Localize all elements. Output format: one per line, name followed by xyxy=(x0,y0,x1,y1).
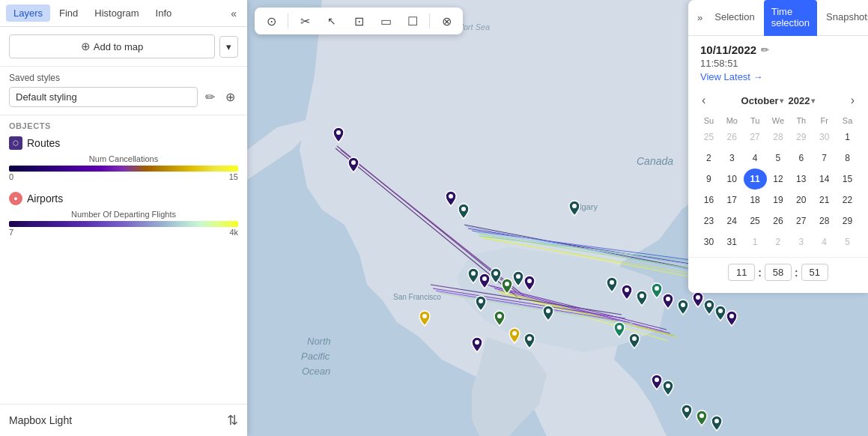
calendar-day[interactable]: 7 xyxy=(813,148,836,169)
add-style-button[interactable]: ⊕ xyxy=(222,87,238,107)
pointer-tool-button[interactable]: ↖ xyxy=(321,10,342,31)
second-input[interactable] xyxy=(801,264,828,281)
calendar-day[interactable]: 4 xyxy=(744,148,767,169)
calendar-day[interactable]: 15 xyxy=(836,169,859,190)
airports-layer-name[interactable]: Airports xyxy=(27,193,63,205)
calendar-day[interactable]: 9 xyxy=(697,169,720,190)
svg-point-37 xyxy=(461,207,466,211)
svg-point-48 xyxy=(546,309,550,313)
month-selector[interactable]: October xyxy=(741,95,784,106)
edit-style-button[interactable]: ✏ xyxy=(202,87,218,107)
routes-layer: ⬡ Routes Num Cancellations 0 15 xyxy=(9,136,238,181)
calendar-day[interactable]: 20 xyxy=(789,190,813,211)
calendar-day[interactable]: 11 xyxy=(744,169,767,190)
calendar-week-4: 23242526272829 xyxy=(697,211,859,231)
calendar-day[interactable]: 19 xyxy=(767,190,790,211)
calendar-day[interactable]: 2 xyxy=(697,148,720,169)
close-tool-button[interactable]: ⊗ xyxy=(436,10,457,31)
calendar-day[interactable]: 12 xyxy=(767,169,790,190)
calendar-day[interactable]: 6 xyxy=(789,148,813,169)
calendar-day[interactable]: 31 xyxy=(720,231,744,252)
calendar-day[interactable]: 21 xyxy=(813,190,836,211)
calendar-day[interactable]: 24 xyxy=(720,211,744,231)
edit-date-button[interactable]: ✏ xyxy=(761,44,769,55)
airports-icon: ● xyxy=(9,192,22,205)
calendar-day[interactable]: 3 xyxy=(789,231,813,252)
calendar-day[interactable]: 25 xyxy=(744,211,767,231)
routes-layer-name[interactable]: Routes xyxy=(27,137,60,149)
objects-section: OBJECTS ⬡ Routes Num Cancellations 0 15 xyxy=(0,115,247,253)
base-map-icon[interactable]: ⇅ xyxy=(227,412,238,429)
calendar-day[interactable]: 29 xyxy=(836,211,859,231)
svg-point-56 xyxy=(696,295,700,300)
calendar-day[interactable]: 27 xyxy=(789,211,813,231)
calendar-day[interactable]: 28 xyxy=(767,127,790,148)
calendar-day[interactable]: 30 xyxy=(697,231,720,252)
calendar-day[interactable]: 28 xyxy=(813,211,836,231)
base-map-label: Mapbox Light xyxy=(9,414,72,426)
calendar-day[interactable]: 29 xyxy=(789,127,813,148)
svg-text:Canada: Canada xyxy=(637,155,673,167)
calendar-day[interactable]: 14 xyxy=(813,169,836,190)
calendar-day[interactable]: 13 xyxy=(789,169,813,190)
svg-point-39 xyxy=(482,276,487,281)
svg-point-62 xyxy=(655,378,659,382)
svg-point-57 xyxy=(707,303,711,307)
collapse-panel-button[interactable]: « xyxy=(226,6,241,21)
calendar-day[interactable]: 23 xyxy=(697,211,720,231)
calendar-day[interactable]: 3 xyxy=(720,148,744,169)
svg-point-45 xyxy=(497,314,502,318)
hour-input[interactable] xyxy=(728,264,755,281)
svg-point-54 xyxy=(666,297,670,301)
tab-time-selection[interactable]: Time selection xyxy=(764,0,817,36)
calendar-day[interactable]: 10 xyxy=(720,169,744,190)
calendar-day[interactable]: 5 xyxy=(836,231,859,252)
edit-tool-button[interactable]: ☐ xyxy=(402,10,423,31)
camera-tool-button[interactable]: ⊡ xyxy=(348,10,369,31)
svg-point-44 xyxy=(479,299,483,303)
select-tool-button[interactable]: ⊙ xyxy=(261,10,282,31)
calendar-day[interactable]: 2 xyxy=(767,231,790,252)
add-to-map-dropdown[interactable]: ▾ xyxy=(219,36,238,58)
calendar-day[interactable]: 30 xyxy=(813,127,836,148)
minute-input[interactable] xyxy=(765,264,792,281)
view-latest-link[interactable]: View Latest → xyxy=(700,71,763,82)
prev-month-button[interactable]: ‹ xyxy=(697,92,710,109)
calendar-day[interactable]: 5 xyxy=(767,148,790,169)
calendar-day[interactable]: 25 xyxy=(697,127,720,148)
routes-legend-label: Num Cancellations xyxy=(9,154,238,163)
right-panel-expand-button[interactable]: » xyxy=(694,6,705,29)
svg-point-68 xyxy=(422,314,427,318)
calendar-day[interactable]: 26 xyxy=(767,211,790,231)
time-sep-1: : xyxy=(758,267,762,279)
year-selector[interactable]: 2022 xyxy=(788,95,815,106)
tab-histogram[interactable]: Histogram xyxy=(87,4,146,22)
saved-styles-label: Saved styles xyxy=(9,73,238,83)
calendar-day[interactable]: 1 xyxy=(744,231,767,252)
tab-snapshots[interactable]: Snapshots xyxy=(819,5,868,30)
calendar-week-3: 16171819202122 xyxy=(697,190,859,211)
calendar-day[interactable]: 16 xyxy=(697,190,720,211)
calendar-day[interactable]: 4 xyxy=(813,231,836,252)
routes-gradient-legend: Num Cancellations 0 15 xyxy=(9,154,238,181)
cut-tool-button[interactable]: ✂ xyxy=(294,10,315,31)
calendar-day[interactable]: 17 xyxy=(720,190,744,211)
map-area[interactable]: Canada Calgary Beaufort Sea San Francisc… xyxy=(247,0,868,436)
calendar-day[interactable]: 1 xyxy=(836,127,859,148)
cal-header-su: Su xyxy=(697,115,720,127)
tab-layers[interactable]: Layers xyxy=(6,4,50,22)
calendar-day[interactable]: 18 xyxy=(744,190,767,211)
calendar-day[interactable]: 22 xyxy=(836,190,859,211)
next-month-button[interactable]: › xyxy=(846,92,859,109)
calendar-day[interactable]: 27 xyxy=(744,127,767,148)
time-input-row: : : xyxy=(688,257,868,284)
tab-find[interactable]: Find xyxy=(52,4,85,22)
calendar-day[interactable]: 8 xyxy=(836,148,859,169)
svg-point-51 xyxy=(625,288,629,292)
add-to-map-button[interactable]: ⊕ Add to map xyxy=(9,34,215,58)
calendar-day[interactable]: 26 xyxy=(720,127,744,148)
tab-info[interactable]: Info xyxy=(148,4,180,22)
saved-styles-select[interactable]: Default styling xyxy=(9,87,198,107)
minus-tool-button[interactable]: ▭ xyxy=(375,10,396,31)
tab-selection[interactable]: Selection xyxy=(707,5,762,30)
